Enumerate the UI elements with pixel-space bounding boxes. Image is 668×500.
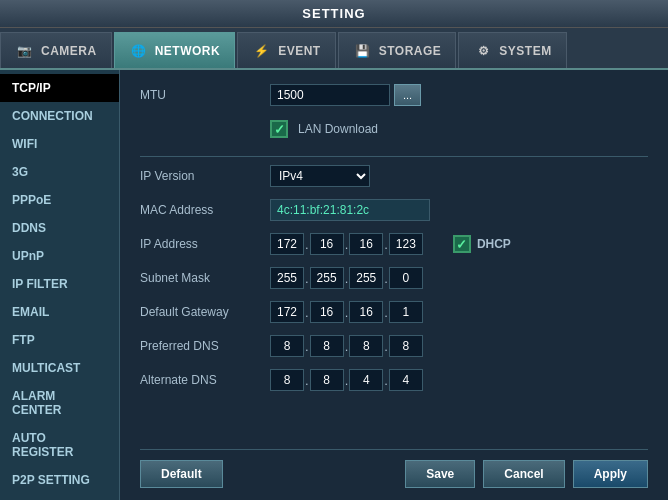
tab-storage-label: STORAGE xyxy=(379,44,442,58)
lan-download-label: LAN Download xyxy=(298,122,378,136)
subnet-seg-a[interactable] xyxy=(270,267,304,289)
sidebar: TCP/IP CONNECTION WIFI 3G PPPoE DDNS UPn… xyxy=(0,70,120,500)
tab-system-label: SYSTEM xyxy=(499,44,551,58)
tab-network[interactable]: 🌐 NETWORK xyxy=(114,32,236,68)
ip-address-seg-b[interactable] xyxy=(310,233,344,255)
pdns-seg-c[interactable] xyxy=(349,335,383,357)
tab-event[interactable]: ⚡ EVENT xyxy=(237,32,336,68)
event-icon: ⚡ xyxy=(252,41,272,61)
sidebar-item-p2psetting[interactable]: P2P SETTING xyxy=(0,466,119,494)
mtu-button[interactable]: ... xyxy=(394,84,421,106)
adns-seg-b[interactable] xyxy=(310,369,344,391)
main-area: TCP/IP CONNECTION WIFI 3G PPPoE DDNS UPn… xyxy=(0,70,668,500)
pdns-seg-d[interactable] xyxy=(389,335,423,357)
ip-address-label: IP Address xyxy=(140,237,270,251)
default-gateway-row: Default Gateway . . . xyxy=(140,299,648,325)
lan-download-checkbox[interactable] xyxy=(270,120,288,138)
ip-address-group: . . . xyxy=(270,233,423,255)
tab-camera[interactable]: 📷 CAMERA xyxy=(0,32,112,68)
sidebar-item-ipfilter[interactable]: IP FILTER xyxy=(0,270,119,298)
ip-address-seg-d[interactable] xyxy=(389,233,423,255)
preferred-dns-group: . . . xyxy=(270,335,423,357)
mac-address-input[interactable] xyxy=(270,199,430,221)
sidebar-item-email[interactable]: EMAIL xyxy=(0,298,119,326)
ip-address-seg-a[interactable] xyxy=(270,233,304,255)
mtu-row: MTU ... xyxy=(140,82,648,108)
gateway-seg-b[interactable] xyxy=(310,301,344,323)
camera-icon: 📷 xyxy=(15,41,35,61)
sidebar-item-ddns[interactable]: DDNS xyxy=(0,214,119,242)
tab-system[interactable]: ⚙ SYSTEM xyxy=(458,32,566,68)
subnet-mask-label: Subnet Mask xyxy=(140,271,270,285)
ip-version-row: IP Version IPv4 IPv6 xyxy=(140,163,648,189)
adns-seg-a[interactable] xyxy=(270,369,304,391)
storage-icon: 💾 xyxy=(353,41,373,61)
subnet-seg-d[interactable] xyxy=(389,267,423,289)
ip-version-label: IP Version xyxy=(140,169,270,183)
subnet-seg-b[interactable] xyxy=(310,267,344,289)
alternate-dns-group: . . . xyxy=(270,369,423,391)
alternate-dns-row: Alternate DNS . . . xyxy=(140,367,648,393)
mtu-label: MTU xyxy=(140,88,270,102)
mac-address-label: MAC Address xyxy=(140,203,270,217)
sidebar-item-alarmcenter[interactable]: ALARM CENTER xyxy=(0,382,119,424)
subnet-mask-group: . . . xyxy=(270,267,423,289)
ip-address-row: IP Address . . . DHCP xyxy=(140,231,648,257)
dhcp-checkbox[interactable] xyxy=(453,235,471,253)
sidebar-item-tcpip[interactable]: TCP/IP xyxy=(0,74,119,102)
sidebar-item-easyspace[interactable]: EASY SPACE xyxy=(0,494,119,500)
adns-seg-d[interactable] xyxy=(389,369,423,391)
lan-download-row: LAN Download xyxy=(140,116,648,142)
dhcp-label: DHCP xyxy=(477,237,511,251)
network-icon: 🌐 xyxy=(129,41,149,61)
subnet-seg-c[interactable] xyxy=(349,267,383,289)
gateway-seg-d[interactable] xyxy=(389,301,423,323)
tab-network-label: NETWORK xyxy=(155,44,221,58)
sidebar-item-multicast[interactable]: MULTICAST xyxy=(0,354,119,382)
pdns-seg-a[interactable] xyxy=(270,335,304,357)
sidebar-item-upnp[interactable]: UPnP xyxy=(0,242,119,270)
gateway-seg-c[interactable] xyxy=(349,301,383,323)
cancel-button[interactable]: Cancel xyxy=(483,460,564,488)
save-button[interactable]: Save xyxy=(405,460,475,488)
page-title: SETTING xyxy=(302,6,365,21)
sidebar-item-connection[interactable]: CONNECTION xyxy=(0,102,119,130)
sidebar-item-3g[interactable]: 3G xyxy=(0,158,119,186)
separator-1 xyxy=(140,156,648,157)
default-gateway-label: Default Gateway xyxy=(140,305,270,319)
bottom-bar: Default Save Cancel Apply xyxy=(140,449,648,488)
ip-address-seg-c[interactable] xyxy=(349,233,383,255)
apply-button[interactable]: Apply xyxy=(573,460,648,488)
action-buttons: Save Cancel Apply xyxy=(405,460,648,488)
sidebar-item-pppoe[interactable]: PPPoE xyxy=(0,186,119,214)
content-area: MTU ... LAN Download IP Version IPv4 IPv… xyxy=(120,70,668,500)
tab-camera-label: CAMERA xyxy=(41,44,97,58)
mtu-input[interactable] xyxy=(270,84,390,106)
preferred-dns-label: Preferred DNS xyxy=(140,339,270,353)
default-button[interactable]: Default xyxy=(140,460,223,488)
gateway-seg-a[interactable] xyxy=(270,301,304,323)
sidebar-item-autoregister[interactable]: AUTO REGISTER xyxy=(0,424,119,466)
tab-bar: 📷 CAMERA 🌐 NETWORK ⚡ EVENT 💾 STORAGE ⚙ S… xyxy=(0,28,668,70)
mac-address-row: MAC Address xyxy=(140,197,648,223)
pdns-seg-b[interactable] xyxy=(310,335,344,357)
sidebar-item-ftp[interactable]: FTP xyxy=(0,326,119,354)
sidebar-item-wifi[interactable]: WIFI xyxy=(0,130,119,158)
ip-version-select[interactable]: IPv4 IPv6 xyxy=(270,165,370,187)
top-bar: SETTING xyxy=(0,0,668,28)
adns-seg-c[interactable] xyxy=(349,369,383,391)
tab-event-label: EVENT xyxy=(278,44,321,58)
tab-storage[interactable]: 💾 STORAGE xyxy=(338,32,457,68)
alternate-dns-label: Alternate DNS xyxy=(140,373,270,387)
default-gateway-group: . . . xyxy=(270,301,423,323)
preferred-dns-row: Preferred DNS . . . xyxy=(140,333,648,359)
system-icon: ⚙ xyxy=(473,41,493,61)
subnet-mask-row: Subnet Mask . . . xyxy=(140,265,648,291)
